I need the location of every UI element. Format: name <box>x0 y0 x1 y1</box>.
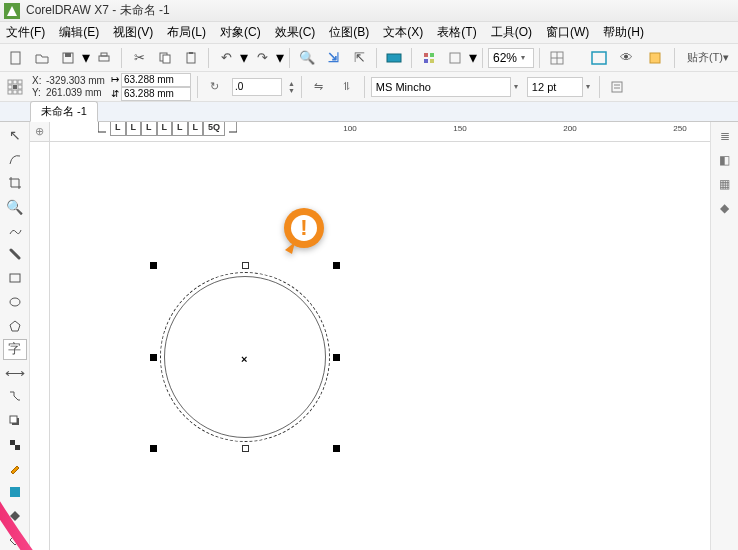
snap-button[interactable]: 贴齐(T) ▾ <box>682 47 734 69</box>
menu-object[interactable]: 对象(C) <box>220 24 261 41</box>
mirror-h-button[interactable]: ⇋ <box>308 76 330 98</box>
separator <box>539 48 540 68</box>
paste-button[interactable] <box>179 47 203 69</box>
hint-button[interactable] <box>643 47 667 69</box>
svg-rect-0 <box>11 52 20 64</box>
menu-bitmap[interactable]: 位图(B) <box>329 24 369 41</box>
property-bar: X:-329.303 mm Y:261.039 mm ↦ ⇵ ↻ ▲ ▼ ⇋ ⥮… <box>0 72 738 102</box>
eyedropper-tool[interactable] <box>3 458 27 479</box>
drawing-page[interactable]: × ! <box>70 142 710 550</box>
center-marker-icon: × <box>241 353 247 365</box>
rectangle-tool[interactable] <box>3 268 27 289</box>
export-button[interactable]: ⇱ <box>347 47 371 69</box>
copy-button[interactable] <box>153 47 177 69</box>
import-button[interactable]: ⇲ <box>321 47 345 69</box>
canvas-area[interactable]: L L L L L L 5Q 100 150 200 250 <box>50 122 710 550</box>
font-size-select[interactable] <box>527 77 583 97</box>
text-properties-button[interactable] <box>606 76 628 98</box>
docker-properties-icon[interactable]: ≣ <box>715 126 735 146</box>
save-button[interactable] <box>56 47 80 69</box>
width-input[interactable] <box>121 73 191 87</box>
menu-effects[interactable]: 效果(C) <box>275 24 316 41</box>
menu-window[interactable]: 窗口(W) <box>546 24 589 41</box>
svg-rect-26 <box>8 90 12 94</box>
save-dropdown-icon[interactable]: ▾ <box>82 48 90 67</box>
menu-file[interactable]: 文件(F) <box>6 24 45 41</box>
fill-tool[interactable] <box>3 506 27 527</box>
docker-object-icon[interactable]: ◧ <box>715 150 735 170</box>
open-button[interactable] <box>30 47 54 69</box>
svg-rect-10 <box>424 53 428 57</box>
text-tool[interactable]: 字 <box>3 339 27 360</box>
menu-tools[interactable]: 工具(O) <box>491 24 532 41</box>
ellipse-tool[interactable] <box>3 291 27 312</box>
ruler-origin-icon[interactable]: ⊕ <box>30 122 50 142</box>
connector-tool[interactable] <box>3 387 27 408</box>
redo-dropdown-icon[interactable]: ▾ <box>276 48 284 67</box>
shape-tool[interactable] <box>3 149 27 170</box>
parallel-dimension-tool[interactable]: ⟷ <box>3 363 27 384</box>
interactive-fill-tool[interactable] <box>3 529 27 550</box>
selection-handle[interactable] <box>333 262 340 269</box>
title-bar: CorelDRAW X7 - 未命名 -1 <box>0 0 738 22</box>
pick-tool[interactable]: ↖ <box>3 125 27 146</box>
outline-tool[interactable] <box>3 482 27 503</box>
svg-rect-21 <box>13 80 17 84</box>
stepper-up-icon[interactable]: ▲ <box>288 80 295 87</box>
selection-handle[interactable] <box>150 354 157 361</box>
work-area: ↖ 🔍 字 ⟷ ⊕ L L L L L L <box>0 122 738 550</box>
origin-icon[interactable] <box>4 76 26 98</box>
publish-button[interactable] <box>382 47 406 69</box>
redo-button[interactable]: ↷ <box>250 47 274 69</box>
selection-handle[interactable] <box>150 445 157 452</box>
menu-help[interactable]: 帮助(H) <box>603 24 644 41</box>
svg-rect-20 <box>8 80 12 84</box>
selected-ellipse[interactable]: × <box>160 272 330 442</box>
menu-view[interactable]: 视图(V) <box>113 24 153 41</box>
fullscreen-button[interactable] <box>587 47 611 69</box>
menu-table[interactable]: 表格(T) <box>437 24 476 41</box>
menu-edit[interactable]: 编辑(E) <box>59 24 99 41</box>
launch-button[interactable] <box>443 47 467 69</box>
selection-node[interactable] <box>242 445 249 452</box>
chevron-down-icon[interactable]: ▾ <box>583 82 593 91</box>
zoom-tool[interactable]: 🔍 <box>3 196 27 217</box>
stepper-down-icon[interactable]: ▼ <box>288 87 295 94</box>
toolbox: ↖ 🔍 字 ⟷ <box>0 122 30 550</box>
height-input[interactable] <box>121 87 191 101</box>
crop-tool[interactable] <box>3 173 27 194</box>
grid-button[interactable] <box>545 47 569 69</box>
drop-shadow-tool[interactable] <box>3 410 27 431</box>
selection-node[interactable] <box>242 262 249 269</box>
selection-handle[interactable] <box>150 262 157 269</box>
tab-document[interactable]: 未命名 -1 <box>30 101 98 122</box>
zoom-input[interactable]: 62% ▾ <box>488 48 534 68</box>
search-button[interactable]: 🔍 <box>295 47 319 69</box>
undo-button[interactable]: ↶ <box>214 47 238 69</box>
selection-handle[interactable] <box>333 354 340 361</box>
menu-text[interactable]: 文本(X) <box>383 24 423 41</box>
artistic-media-tool[interactable] <box>3 244 27 265</box>
docker-color-icon[interactable]: ◆ <box>715 198 735 218</box>
selection-handle[interactable] <box>333 445 340 452</box>
polygon-tool[interactable] <box>3 315 27 336</box>
preview-button[interactable]: 👁 <box>615 47 639 69</box>
options-button[interactable] <box>417 47 441 69</box>
freehand-tool[interactable] <box>3 220 27 241</box>
docker-hints-icon[interactable]: ▦ <box>715 174 735 194</box>
undo-dropdown-icon[interactable]: ▾ <box>240 48 248 67</box>
print-button[interactable] <box>92 47 116 69</box>
font-select[interactable] <box>371 77 511 97</box>
separator <box>411 48 412 68</box>
standard-toolbar: ▾ ✂ ↶ ▾ ↷ ▾ 🔍 ⇲ ⇱ ▾ 62% ▾ 👁 贴齐(T) ▾ <box>0 44 738 72</box>
transparency-tool[interactable] <box>3 434 27 455</box>
launch-dropdown-icon[interactable]: ▾ <box>469 48 477 67</box>
new-button[interactable] <box>4 47 28 69</box>
cut-button[interactable]: ✂ <box>127 47 151 69</box>
menu-layout[interactable]: 布局(L) <box>167 24 206 41</box>
mirror-v-button[interactable]: ⥮ <box>336 76 358 98</box>
rotation-input[interactable] <box>232 78 282 96</box>
svg-rect-35 <box>10 416 17 423</box>
vertical-ruler: ⊕ <box>30 122 50 550</box>
chevron-down-icon[interactable]: ▾ <box>511 82 521 91</box>
